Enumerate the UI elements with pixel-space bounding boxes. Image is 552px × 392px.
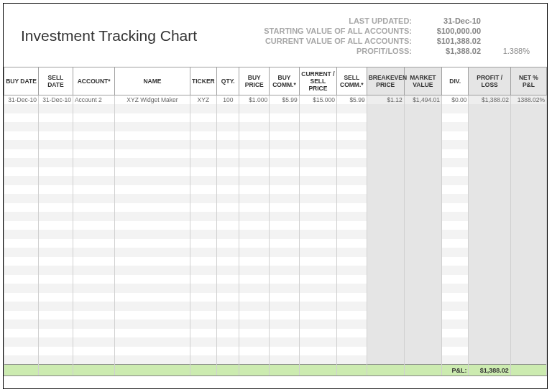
cell-sell-date[interactable]: 31-Dec-10 <box>38 95 73 105</box>
table-row[interactable]: 31-Dec-10 31-Dec-10 Account 2 XYZ Widget… <box>4 95 547 105</box>
table-row[interactable] <box>4 266 547 275</box>
table-row[interactable] <box>4 203 547 213</box>
cell-sell-comm[interactable]: $5.99 <box>336 95 367 105</box>
investment-table: BUY DATE SELL DATE ACCOUNT* NAME TICKER … <box>4 67 547 376</box>
col-profit-loss: PROFIT / LOSS <box>469 67 510 95</box>
table-row[interactable] <box>4 221 547 230</box>
col-account: ACCOUNT* <box>73 67 114 95</box>
table-row[interactable] <box>4 284 547 293</box>
table-row[interactable] <box>4 302 547 311</box>
table-row[interactable] <box>4 311 547 320</box>
col-market-value: MARKET VALUE <box>404 67 441 95</box>
table-row[interactable] <box>4 176 547 185</box>
cell-ticker[interactable]: XYZ <box>190 95 217 105</box>
table-row[interactable] <box>4 329 547 338</box>
cell-buy-comm[interactable]: $5.99 <box>270 95 300 105</box>
cell-breakeven[interactable]: $1.12 <box>367 95 404 105</box>
totals-value: $1,388.02 <box>469 365 510 376</box>
value-profit-loss: $1,388.02 <box>425 47 481 55</box>
cell-profit-loss[interactable]: $1,388.02 <box>469 95 510 105</box>
table-row[interactable] <box>4 293 547 302</box>
table-row[interactable] <box>4 212 547 221</box>
table-row[interactable] <box>4 355 547 365</box>
table-row[interactable] <box>4 113 547 123</box>
table-row[interactable] <box>4 131 547 141</box>
col-name: NAME <box>115 67 190 95</box>
col-sell-date: SELL DATE <box>38 67 73 95</box>
col-sell-comm: SELL COMM.* <box>336 67 367 95</box>
value-starting: $100,000.00 <box>425 27 481 35</box>
spreadsheet-page: Investment Tracking Chart LAST UPDATED: … <box>3 3 548 389</box>
cell-market-value[interactable]: $1,494.01 <box>404 95 441 105</box>
col-buy-price: BUY PRICE <box>239 67 270 95</box>
label-current: CURRENT VALUE OF ALL ACCOUNTS: <box>264 37 412 45</box>
cell-name[interactable]: XYZ Widget Maker <box>115 95 190 105</box>
table-row[interactable] <box>4 104 547 113</box>
table-row[interactable] <box>4 230 547 239</box>
table-row[interactable] <box>4 149 547 159</box>
table-header-row: BUY DATE SELL DATE ACCOUNT* NAME TICKER … <box>4 67 547 95</box>
table-row[interactable] <box>4 275 547 284</box>
table-row[interactable] <box>4 257 547 266</box>
table-row[interactable] <box>4 337 547 347</box>
summary-block: LAST UPDATED: 31-Dec-10 STARTING VALUE O… <box>264 17 530 55</box>
col-buy-comm: BUY COMM.* <box>270 67 300 95</box>
col-net-pct: NET % P&L <box>510 67 546 95</box>
col-breakeven: BREAKEVEN PRICE <box>367 67 404 95</box>
label-starting: STARTING VALUE OF ALL ACCOUNTS: <box>264 27 412 35</box>
label-last-updated: LAST UPDATED: <box>264 17 412 25</box>
value-pct: 1.388% <box>494 47 530 55</box>
cell-account[interactable]: Account 2 <box>73 95 114 105</box>
table-row[interactable] <box>4 158 547 167</box>
value-current: $101,388.02 <box>425 37 481 45</box>
totals-label: P&L: <box>441 365 469 376</box>
col-qty: QTY. <box>217 67 239 95</box>
table-row[interactable] <box>4 185 547 195</box>
col-ticker: TICKER <box>190 67 217 95</box>
cell-qty[interactable]: 100 <box>217 95 239 105</box>
table-row[interactable] <box>4 140 547 149</box>
table-row[interactable] <box>4 239 547 248</box>
col-current: CURRENT / SELL PRICE <box>299 67 336 95</box>
table-row[interactable] <box>4 167 547 177</box>
table-row[interactable] <box>4 248 547 257</box>
cell-buy-price[interactable]: $1.000 <box>239 95 270 105</box>
table-row[interactable] <box>4 319 547 329</box>
table-body: 31-Dec-10 31-Dec-10 Account 2 XYZ Widget… <box>4 95 547 365</box>
value-last-updated: 31-Dec-10 <box>425 17 481 25</box>
cell-div[interactable]: $0.00 <box>441 95 469 105</box>
table-row[interactable] <box>4 194 547 203</box>
header: Investment Tracking Chart LAST UPDATED: … <box>4 4 547 61</box>
cell-current[interactable]: $15.000 <box>299 95 336 105</box>
table-row[interactable] <box>4 347 547 356</box>
col-buy-date: BUY DATE <box>4 67 39 95</box>
totals-row: P&L: $1,388.02 <box>4 365 547 376</box>
col-div: DIV. <box>441 67 469 95</box>
page-title: Investment Tracking Chart <box>21 27 197 45</box>
cell-buy-date[interactable]: 31-Dec-10 <box>4 95 39 105</box>
label-profit-loss: PROFIT/LOSS: <box>264 47 412 55</box>
table-row[interactable] <box>4 122 547 131</box>
cell-net-pct[interactable]: 1388.02% <box>510 95 546 105</box>
